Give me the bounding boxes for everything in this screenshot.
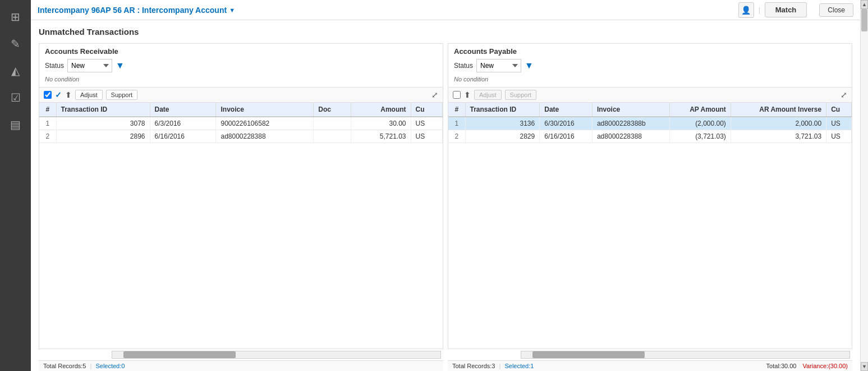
vscroll-down-button[interactable]: ▼ <box>861 362 868 371</box>
ar-adjust-button[interactable]: Adjust <box>75 90 103 100</box>
ap-status-select[interactable]: New All Matched <box>476 59 521 72</box>
ar-row1-transaction-id: 3078 <box>56 117 150 130</box>
ap-row2-currency: US <box>826 130 852 143</box>
section-title: Unmatched Transactions <box>39 27 852 36</box>
ap-panel-header: Accounts Payable Status New All Matched … <box>448 44 852 87</box>
ap-col-ar-amount-inverse: AR Amount Inverse <box>731 103 826 117</box>
ar-filter-row: Status New All Matched ▼ <box>45 59 437 72</box>
ar-table-wrapper[interactable]: # Transaction ID Date Invoice Doc Amount… <box>39 103 443 349</box>
ap-filter-row: Status New All Matched ▼ <box>454 59 846 72</box>
ap-scrollbar-thumb[interactable] <box>532 351 645 358</box>
page-title[interactable]: Intercompany 96AP 56 AR : Intercompany A… <box>38 6 235 15</box>
ar-row2-amount: 5,721.03 <box>351 130 411 143</box>
ap-expand-icon[interactable]: ⤢ <box>841 90 847 99</box>
ar-col-amount: Amount <box>351 103 411 117</box>
ap-col-num: # <box>448 103 465 117</box>
content-area: Unmatched Transactions Accounts Receivab… <box>31 20 860 371</box>
ar-row1-invoice: 9000226106582 <box>216 117 314 130</box>
ap-footer-right: Total:30.00 Variance:(30.00) <box>766 363 848 369</box>
ar-panel-label: Accounts Receivable <box>45 47 437 56</box>
ap-col-currency: Cu <box>826 103 852 117</box>
ar-row2-doc <box>314 130 351 143</box>
ar-panel-header: Accounts Receivable Status New All Match… <box>39 44 443 87</box>
ar-row2-date: 6/16/2016 <box>150 130 216 143</box>
ap-table-toolbar: ⬆ Adjust Support ⤢ <box>448 87 852 103</box>
ap-variance: Variance:(30.00) <box>802 363 848 369</box>
ar-row1-doc <box>314 117 351 130</box>
sidebar-item-shapes[interactable]: ◭ <box>3 58 28 83</box>
ap-col-date: Date <box>540 103 593 117</box>
ar-select-all-checkbox[interactable] <box>44 91 52 99</box>
ap-filter-icon[interactable]: ▼ <box>525 61 534 71</box>
ap-row1-date: 6/30/2016 <box>540 117 593 130</box>
ar-row1-amount: 30.00 <box>351 117 411 130</box>
ap-upload-icon[interactable]: ⬆ <box>464 90 471 99</box>
ap-support-button[interactable]: Support <box>505 90 537 100</box>
sidebar: ⊞ ✎ ◭ ☑ ▤ <box>0 0 31 371</box>
ar-row2-invoice: ad8000228388 <box>216 130 314 143</box>
ap-row1-ar-amount-inverse: 2,000.00 <box>731 117 826 130</box>
ap-selected-count[interactable]: Selected:1 <box>504 363 534 369</box>
ar-expand-icon[interactable]: ⤢ <box>431 90 438 99</box>
grid-icon: ⊞ <box>11 10 20 24</box>
ap-row1-num: 1 <box>448 117 465 130</box>
ap-row2-ar-amount-inverse: 3,721.03 <box>731 130 826 143</box>
ar-no-condition: No condition <box>45 75 437 85</box>
ap-table-wrapper[interactable]: # Transaction ID Date Invoice AP Amount … <box>448 103 852 349</box>
vscroll-thumb[interactable] <box>861 9 867 31</box>
user-icon: 👤 <box>741 6 751 15</box>
sidebar-item-edit[interactable]: ✎ <box>3 31 28 56</box>
ap-row2-num: 2 <box>448 130 465 143</box>
ar-filter-icon[interactable]: ▼ <box>116 61 125 71</box>
ap-adjust-button[interactable]: Adjust <box>474 90 502 100</box>
ar-scrollbar-track[interactable] <box>112 351 441 359</box>
ar-table-row[interactable]: 1 3078 6/3/2016 9000226106582 30.00 US <box>39 117 443 130</box>
ap-scrollbar-track[interactable] <box>521 351 850 359</box>
sidebar-item-report[interactable]: ▤ <box>3 112 28 137</box>
top-header: Intercompany 96AP 56 AR : Intercompany A… <box>31 0 860 20</box>
vscroll-up-button[interactable]: ▲ <box>861 0 868 9</box>
ar-upload-icon[interactable]: ⬆ <box>65 90 72 99</box>
ar-table-row[interactable]: 2 2896 6/16/2016 ad8000228388 5,721.03 U… <box>39 130 443 143</box>
scrollbars-row <box>39 349 852 360</box>
dropdown-arrow-icon: ▼ <box>229 7 235 13</box>
ar-selected-count[interactable]: Selected:0 <box>95 363 125 369</box>
ap-status-label: Status <box>454 62 473 70</box>
ap-row1-ap-amount: (2,000.00) <box>670 117 731 130</box>
close-button[interactable]: Close <box>819 3 853 17</box>
sidebar-item-grid[interactable]: ⊞ <box>3 4 28 29</box>
ar-col-date: Date <box>150 103 216 117</box>
ap-row2-date: 6/16/2016 <box>540 130 593 143</box>
ap-col-invoice: Invoice <box>592 103 669 117</box>
shapes-icon: ◭ <box>11 64 20 77</box>
ar-support-button[interactable]: Support <box>106 90 138 100</box>
vertical-scrollbar[interactable]: ▲ ▼ <box>860 0 868 371</box>
user-icon-button[interactable]: 👤 <box>738 2 754 18</box>
ap-table-row[interactable]: 1 3136 6/30/2016 ad8000228388b (2,000.00… <box>448 117 852 130</box>
ar-col-transaction-id: Transaction ID <box>56 103 150 117</box>
ap-separator: | <box>499 363 503 369</box>
ar-row2-num: 2 <box>39 130 56 143</box>
ar-status-select[interactable]: New All Matched <box>67 59 112 72</box>
sidebar-item-list-check[interactable]: ☑ <box>3 85 28 110</box>
ar-col-invoice: Invoice <box>216 103 314 117</box>
ar-scrollbar-thumb[interactable] <box>123 351 236 358</box>
footer-area: Total Records:5 | Selected:0 Total Recor… <box>39 349 852 371</box>
vscroll-track[interactable] <box>861 9 868 362</box>
ap-row2-invoice: ad8000228388 <box>592 130 669 143</box>
separator: | <box>759 6 760 14</box>
ap-table: # Transaction ID Date Invoice AP Amount … <box>448 103 852 143</box>
ap-no-condition: No condition <box>454 75 846 85</box>
panels-row: Accounts Receivable Status New All Match… <box>39 43 852 349</box>
ap-table-row[interactable]: 2 2829 6/16/2016 ad8000228388 (3,721.03)… <box>448 130 852 143</box>
header-actions: 👤 | Match Close <box>738 2 853 18</box>
match-button[interactable]: Match <box>765 2 807 17</box>
ap-row1-invoice: ad8000228388b <box>592 117 669 130</box>
ar-total-records: Total Records:5 <box>43 363 86 369</box>
ap-col-ap-amount: AP Amount <box>670 103 731 117</box>
ap-row1-transaction-id: 3136 <box>465 117 540 130</box>
ap-row1-currency: US <box>826 117 852 130</box>
ap-select-all-checkbox[interactable] <box>453 91 461 99</box>
ar-row1-num: 1 <box>39 117 56 130</box>
status-row: Total Records:5 | Selected:0 Total Recor… <box>39 360 852 371</box>
